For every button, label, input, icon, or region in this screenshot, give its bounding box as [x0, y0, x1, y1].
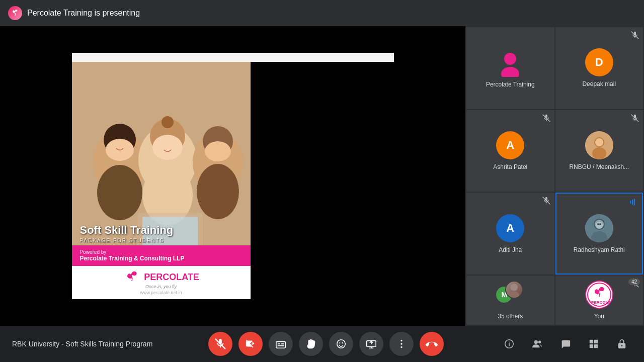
svg-point-8 [162, 116, 174, 128]
participant-tile-percolate-training: Percolate Training [466, 27, 554, 109]
radheshyam-photo [585, 214, 613, 242]
presenting-icon [8, 6, 22, 20]
slide-tagline: Once in, you fly [145, 284, 177, 289]
svg-point-38 [509, 292, 520, 298]
meeting-title: RBK University - Soft Skills Training Pr… [12, 340, 152, 348]
participant-name: You [594, 313, 604, 320]
svg-rect-47 [281, 343, 284, 344]
mic-button[interactable] [208, 332, 232, 356]
raise-hand-button[interactable] [299, 332, 323, 356]
svg-rect-28 [632, 200, 633, 205]
phone-end-icon [425, 337, 438, 350]
activities-button[interactable] [584, 334, 604, 354]
mute-icon [631, 31, 639, 41]
svg-point-49 [339, 342, 340, 343]
svg-point-54 [400, 346, 402, 348]
svg-rect-45 [277, 343, 280, 344]
mute-icon [631, 114, 639, 124]
more-options-button[interactable] [389, 332, 414, 356]
emoji-icon [336, 338, 347, 349]
participant-tile-radheshyam-rathi: Radheshyam Rathi [555, 193, 643, 275]
slide-company-name: Percolate Training & Consulting LLP [80, 255, 243, 262]
svg-point-58 [534, 340, 538, 344]
radheshyam-rathi-avatar [585, 214, 613, 242]
svg-point-34 [597, 223, 599, 225]
svg-point-50 [342, 342, 343, 343]
top-bar: Percolate Training is presenting [0, 0, 644, 26]
participant-tile-35-others: M 35 others [466, 276, 554, 325]
deepak-mall-avatar: D [585, 48, 613, 76]
mute-icon [542, 197, 550, 206]
others-avatar-2 [505, 281, 523, 299]
controls-right [499, 334, 632, 354]
participant-tile-rnbgu: RNBGU / Meenaksh... [555, 110, 643, 192]
slide-logo-block: PERCOLATE Once in, you fly www.percolate… [72, 266, 251, 299]
svg-point-17 [504, 53, 516, 65]
svg-rect-29 [634, 199, 635, 206]
participant-tile-aditi-jha: A Aditi Jha [466, 193, 554, 275]
captions-icon [275, 338, 286, 349]
mute-icon [542, 114, 550, 124]
bottom-bar: RBK University - Soft Skills Training Pr… [0, 326, 644, 362]
svg-rect-46 [277, 345, 284, 346]
participants-panel: Percolate Training D Deepak mall A Ashri… [465, 26, 644, 326]
captions-button[interactable] [269, 332, 293, 356]
svg-point-53 [400, 343, 402, 344]
present-icon [366, 338, 377, 349]
svg-rect-61 [594, 340, 598, 343]
participant-tile-deepak-mall: D Deepak mall [555, 27, 643, 109]
participant-name: Aditi Jha [499, 246, 522, 253]
people-button[interactable] [527, 334, 547, 354]
participant-name: Ashrita Patel [493, 163, 527, 170]
svg-point-52 [400, 340, 402, 341]
others-avatar-group: M [495, 281, 525, 309]
you-avatar: PERCOLATE [585, 281, 613, 309]
raise-hand-icon [305, 338, 316, 349]
rnbgu-avatar [585, 131, 613, 159]
svg-rect-62 [590, 344, 593, 348]
speaking-icon [629, 198, 638, 208]
more-options-icon [396, 338, 407, 349]
slide-right-black [251, 62, 394, 299]
percolate-training-avatar [495, 48, 525, 78]
svg-point-7 [152, 135, 183, 160]
slide-image-area: Soft Skill Training PACKAGE FOR STUDENTS… [72, 62, 251, 299]
svg-point-13 [197, 164, 239, 219]
others-count-label: 35 others [498, 313, 523, 320]
svg-point-37 [511, 284, 518, 291]
end-call-button[interactable] [420, 332, 444, 356]
svg-point-4 [97, 165, 142, 220]
controls-center [208, 332, 444, 356]
info-button[interactable] [499, 334, 519, 354]
lock-button[interactable] [612, 334, 632, 354]
svg-rect-60 [590, 340, 593, 343]
participant-count-badge: 42 [628, 279, 640, 285]
slide-logo-text: PERCOLATE [144, 272, 199, 283]
svg-point-35 [599, 223, 601, 225]
participant-name: Deepak mall [582, 80, 616, 87]
others-person-icon [506, 282, 522, 298]
participant-tile-you: 42 PERCOLATE You [555, 276, 643, 325]
bird-icon [11, 9, 19, 17]
you-avatar-inner: PERCOLATE [585, 281, 613, 309]
present-button[interactable] [359, 332, 383, 356]
participant-name: Radheshyam Rathi [574, 246, 625, 253]
participant-name: RNBGU / Meenaksh... [569, 163, 629, 170]
svg-rect-63 [594, 344, 598, 348]
aditi-jha-avatar: A [496, 214, 524, 242]
slide-logo-row: PERCOLATE [123, 270, 199, 284]
emoji-button[interactable] [329, 332, 353, 356]
chat-button[interactable] [555, 334, 576, 354]
slide-main-title: Soft Skill Training [80, 224, 243, 237]
presentation-slide: Soft Skill Training PACKAGE FOR STUDENTS… [72, 53, 394, 299]
ashrita-patel-avatar: A [496, 131, 524, 159]
svg-point-65 [621, 345, 623, 346]
activities-icon [588, 338, 599, 349]
svg-rect-44 [276, 341, 285, 348]
camera-button[interactable] [238, 332, 263, 356]
mic-off-icon [215, 338, 226, 349]
svg-point-33 [596, 222, 603, 229]
slide-content: Soft Skill Training PACKAGE FOR STUDENTS… [72, 62, 394, 299]
slide-powered-by-label: Powered by [80, 249, 243, 255]
main-layout: Soft Skill Training PACKAGE FOR STUDENTS… [0, 26, 644, 326]
